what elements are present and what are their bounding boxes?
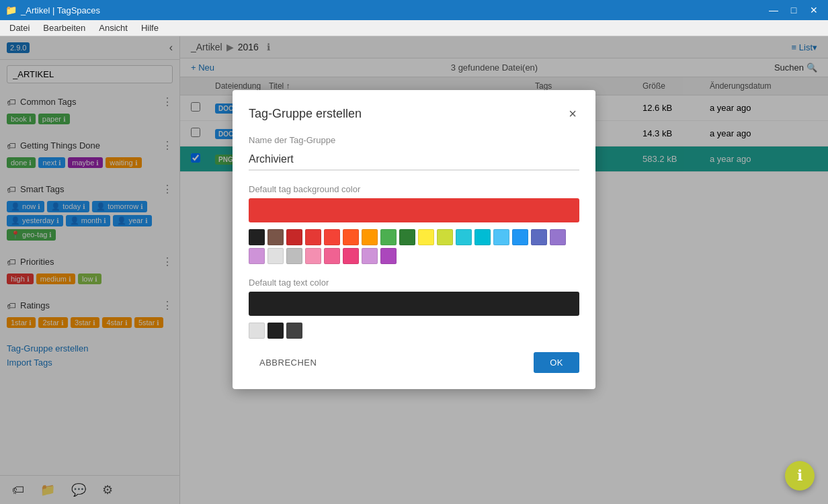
fab-info-button[interactable]: ℹ [785, 461, 815, 491]
color-swatch-green[interactable] [380, 229, 397, 245]
color-swatch-orange[interactable] [362, 229, 378, 245]
color-swatch-grey[interactable] [286, 248, 302, 264]
color-swatch-light-blue[interactable] [493, 229, 509, 245]
menu-item-ansicht[interactable]: Ansicht [92, 22, 134, 34]
dialog-bg-color-bar[interactable] [249, 198, 579, 222]
window-controls: — □ ✕ [765, 3, 823, 17]
color-swatch-deep-orange[interactable] [343, 229, 359, 245]
dialog-bg-color-label: Default tag background color [249, 184, 579, 194]
color-swatch-pink-light[interactable] [305, 248, 321, 264]
color-swatch-pink-dark[interactable] [343, 248, 359, 264]
color-swatch-grey-light[interactable] [267, 248, 284, 264]
color-swatch-purple-light2[interactable] [362, 248, 378, 264]
dialog-cancel-button[interactable]: ABBRECHEN [249, 352, 327, 373]
dialog-title: Tag-Gruppe erstellen [249, 107, 566, 121]
dialog-name-input[interactable] [249, 149, 579, 171]
dialog-close-button[interactable]: × [566, 106, 579, 122]
title-bar: 📁 _Artikel | TagSpaces — □ ✕ [0, 0, 828, 20]
color-swatch-brown[interactable] [267, 229, 284, 245]
color-swatch-pink[interactable] [324, 248, 340, 264]
dialog-overlay: Tag-Gruppe erstellen × Name der Tag-Grup… [0, 36, 828, 504]
dialog-header: Tag-Gruppe erstellen × [249, 106, 579, 122]
dialog-ok-button[interactable]: OK [534, 352, 579, 373]
color-swatch-red-dark[interactable] [286, 229, 302, 245]
color-swatch-cyan[interactable] [474, 229, 491, 245]
dialog-name-label: Name der Tag-Gruppe [249, 135, 579, 145]
menu-item-datei[interactable]: Datei [3, 22, 36, 34]
text-color-swatch-dark[interactable] [267, 323, 284, 339]
app-icon: 📁 [5, 5, 17, 15]
menu-bar: DateiBearbeitenAnsichtHilfe [0, 20, 828, 36]
color-swatch-cyan-light[interactable] [456, 229, 472, 245]
close-button[interactable]: ✕ [805, 3, 823, 17]
color-swatch-purple[interactable] [380, 248, 397, 264]
color-swatch-indigo[interactable] [531, 229, 547, 245]
menu-item-bearbeiten[interactable]: Bearbeiten [36, 22, 92, 34]
minimize-button[interactable]: — [765, 3, 782, 17]
tag-group-create-dialog: Tag-Gruppe erstellen × Name der Tag-Grup… [233, 90, 595, 389]
color-swatch-yellow[interactable] [418, 229, 434, 245]
app-title: _Artikel | TagSpaces [21, 5, 765, 15]
text-color-swatch-darkgrey[interactable] [286, 323, 302, 339]
text-color-swatch-light[interactable] [249, 323, 265, 339]
color-swatch-black[interactable] [249, 229, 265, 245]
color-swatch-lime[interactable] [437, 229, 453, 245]
color-swatch-purple-light[interactable] [249, 248, 265, 264]
dialog-text-color-swatches [249, 323, 579, 339]
dialog-text-color-bar[interactable] [249, 292, 579, 316]
dialog-text-color-label: Default tag text color [249, 278, 579, 288]
dialog-bg-color-swatches [249, 229, 579, 264]
color-swatch-blue[interactable] [512, 229, 528, 245]
color-swatch-deep-purple[interactable] [550, 229, 566, 245]
color-swatch-red[interactable] [305, 229, 321, 245]
dialog-footer: ABBRECHEN OK [249, 352, 579, 373]
color-swatch-red-light[interactable] [324, 229, 340, 245]
menu-item-hilfe[interactable]: Hilfe [134, 22, 165, 34]
maximize-button[interactable]: □ [785, 3, 802, 17]
color-swatch-green-dark[interactable] [399, 229, 415, 245]
